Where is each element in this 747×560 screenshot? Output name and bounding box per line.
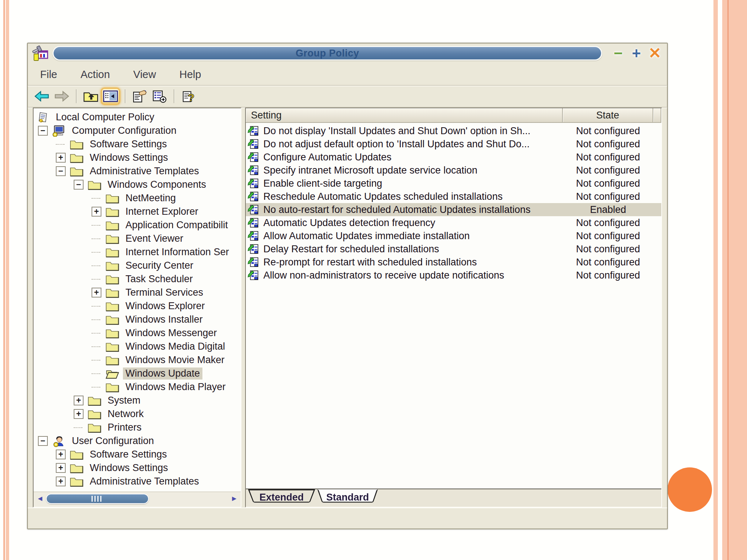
tree-item-label[interactable]: Administrative Templates	[87, 165, 202, 177]
setting-name[interactable]: Configure Automatic Updates	[263, 152, 563, 163]
list-row[interactable]: Allow Automatic Updates immediate instal…	[246, 229, 661, 242]
setting-name[interactable]: Automatic Updates detection frequency	[263, 217, 563, 229]
menu-view[interactable]: View	[131, 68, 158, 81]
tree-item[interactable]: Task Scheduler	[34, 272, 241, 286]
tree-item[interactable]: Security Center	[34, 259, 241, 272]
tree-item[interactable]: Event Viewer	[34, 232, 241, 245]
setting-name[interactable]: Enable client-side targeting	[263, 178, 563, 189]
expand-toggle[interactable]: +	[74, 409, 84, 419]
tree-item-label[interactable]: User Configuration	[69, 435, 156, 447]
tree-item-label[interactable]: Terminal Services	[123, 287, 206, 299]
forward-button[interactable]	[52, 88, 71, 105]
tree-item-label[interactable]: Windows Installer	[123, 314, 205, 326]
list-row[interactable]: Allow non-administrators to receive upda…	[246, 269, 661, 282]
expand-toggle[interactable]: −	[38, 126, 48, 136]
tree-item[interactable]: Printers	[34, 421, 241, 434]
tab-extended[interactable]: Extended	[248, 489, 315, 505]
properties-button[interactable]	[130, 88, 150, 105]
expand-toggle[interactable]: −	[74, 180, 84, 190]
list-row[interactable]: Configure Automatic UpdatesNot configure…	[246, 151, 661, 164]
menu-file[interactable]: File	[38, 68, 59, 81]
back-button[interactable]	[32, 88, 52, 105]
list-row[interactable]: Enable client-side targetingNot configur…	[246, 177, 661, 190]
tree-item-label[interactable]: Network	[105, 408, 146, 420]
tree-item-label[interactable]: Windows Movie Maker	[123, 354, 227, 366]
tree-item[interactable]: Windows Messenger	[34, 326, 241, 340]
setting-name[interactable]: Reschedule Automatic Updates scheduled i…	[263, 191, 563, 202]
list-row[interactable]: Specify intranet Microsoft update servic…	[246, 164, 661, 177]
scroll-right-arrow[interactable]: ►	[231, 494, 238, 503]
tab-standard[interactable]: Standard	[317, 489, 378, 505]
tree-item[interactable]: Application Compatibilit	[34, 218, 241, 232]
tree-item[interactable]: −Administrative Templates	[34, 164, 241, 178]
expand-toggle[interactable]: +	[92, 207, 101, 217]
column-header-state[interactable]: State	[563, 108, 653, 123]
pane-splitter[interactable]	[241, 108, 245, 508]
tree-item-label[interactable]: Application Compatibilit	[123, 219, 231, 231]
tree-item-label[interactable]: Local Computer Policy	[53, 111, 157, 123]
tree-item-label[interactable]: Computer Configuration	[69, 125, 179, 137]
tree-item-label[interactable]: NetMeeting	[123, 192, 178, 204]
tree-item-label[interactable]: Printers	[105, 421, 144, 433]
tree-item[interactable]: NetMeeting	[34, 191, 241, 205]
tree-item-label[interactable]: Security Center	[123, 260, 196, 272]
tree-item[interactable]: Local Computer Policy	[34, 110, 241, 124]
expand-toggle[interactable]: −	[56, 166, 66, 176]
tree-item[interactable]: −Windows Components	[34, 178, 241, 191]
column-header-setting[interactable]: Setting	[246, 108, 563, 123]
list-row[interactable]: Do not display 'Install Updates and Shut…	[246, 124, 661, 137]
expand-toggle[interactable]: −	[38, 436, 48, 446]
setting-name[interactable]: Do not display 'Install Updates and Shut…	[263, 125, 563, 137]
tree-item[interactable]: −User Configuration	[34, 434, 241, 448]
expand-toggle[interactable]: +	[56, 153, 66, 163]
maximize-button[interactable]: +	[630, 46, 643, 61]
tree-item-label[interactable]: Administrative Templates	[87, 475, 202, 487]
tree-item-label[interactable]: Task Scheduler	[123, 273, 196, 285]
tree-item[interactable]: Windows Update	[34, 367, 241, 380]
list-row[interactable]: Re-prompt for restart with scheduled ins…	[246, 256, 661, 269]
tree-item[interactable]: −Computer Configuration	[34, 124, 241, 137]
export-list-button[interactable]	[150, 88, 169, 105]
up-one-level-button[interactable]	[81, 88, 101, 105]
show-hide-console-tree-button[interactable]	[101, 88, 120, 105]
tree-item[interactable]: Windows Media Digital	[34, 340, 241, 353]
tree-item[interactable]: +Software Settings	[34, 448, 241, 461]
tree-item[interactable]: +Terminal Services	[34, 286, 241, 299]
tree-item[interactable]: +Internet Explorer	[34, 205, 241, 218]
tree-item-label[interactable]: Windows Messenger	[123, 327, 220, 339]
tree-item-label[interactable]: Windows Update	[123, 368, 202, 380]
tree-item-label[interactable]: Internet Information Ser	[123, 246, 232, 258]
tree-item-label[interactable]: System	[105, 394, 143, 407]
tree-item[interactable]: Windows Movie Maker	[34, 353, 241, 367]
setting-name[interactable]: Re-prompt for restart with scheduled ins…	[263, 257, 563, 268]
list-row[interactable]: No auto-restart for scheduled Automatic …	[246, 203, 661, 216]
list-row[interactable]: Delay Restart for scheduled installation…	[246, 242, 661, 256]
scroll-left-arrow[interactable]: ◄	[36, 494, 44, 503]
tree-item-label[interactable]: Windows Components	[105, 179, 209, 191]
tree-item-label[interactable]: Windows Settings	[87, 462, 171, 474]
tree-item[interactable]: +Network	[34, 407, 241, 421]
tree-item[interactable]: Windows Explorer	[34, 299, 241, 313]
tree-item[interactable]: Windows Installer	[34, 313, 241, 326]
menu-action[interactable]: Action	[78, 68, 112, 81]
tree-item-label[interactable]: Event Viewer	[123, 233, 186, 245]
tree-item[interactable]: Internet Information Ser	[34, 245, 241, 259]
tree-item[interactable]: Software Settings	[34, 137, 241, 151]
tree-item-label[interactable]: Windows Media Player	[123, 381, 228, 393]
list-row[interactable]: Reschedule Automatic Updates scheduled i…	[246, 190, 661, 203]
scrollbar-thumb[interactable]	[46, 494, 149, 504]
title-bar[interactable]: Group Policy −+✕	[28, 43, 667, 64]
close-button[interactable]: ✕	[649, 46, 661, 61]
tree-item-label[interactable]: Software Settings	[87, 448, 170, 460]
tree-item[interactable]: +Windows Settings	[34, 461, 241, 475]
list-row[interactable]: Do not adjust default option to 'Install…	[246, 137, 661, 151]
setting-name[interactable]: Delay Restart for scheduled installation…	[263, 244, 563, 255]
help-button[interactable]	[179, 88, 198, 105]
tree-item[interactable]: +System	[34, 394, 241, 407]
setting-name[interactable]: No auto-restart for scheduled Automatic …	[263, 204, 563, 215]
setting-name[interactable]: Allow non-administrators to receive upda…	[263, 270, 563, 281]
tree-item-label[interactable]: Software Settings	[87, 138, 170, 150]
list-row[interactable]: Automatic Updates detection frequencyNot…	[246, 216, 661, 229]
expand-toggle[interactable]: +	[56, 450, 66, 459]
setting-name[interactable]: Allow Automatic Updates immediate instal…	[263, 230, 563, 242]
